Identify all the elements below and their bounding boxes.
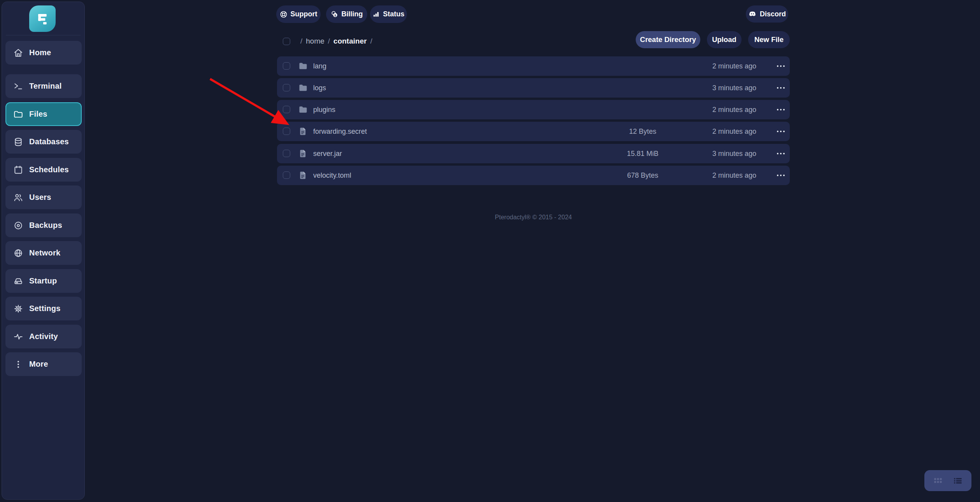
row-menu-button[interactable] <box>772 56 790 76</box>
row-menu-button[interactable] <box>772 166 790 185</box>
svg-text:$: $ <box>334 13 336 17</box>
file-name: lang <box>313 56 326 76</box>
sidebar-item-label: Terminal <box>29 82 61 91</box>
sidebar-item-home[interactable]: Home <box>5 41 82 65</box>
status-label: Status <box>383 10 404 18</box>
file-modified: 3 minutes ago <box>678 144 756 163</box>
target-icon <box>13 220 23 231</box>
sidebar-item-label: Network <box>29 248 60 257</box>
breadcrumb: / home / container / <box>300 37 372 45</box>
folder-icon <box>298 61 308 71</box>
file-modified: 2 minutes ago <box>678 166 756 185</box>
upload-button[interactable]: Upload <box>707 31 742 48</box>
row-checkbox[interactable] <box>283 62 290 70</box>
sidebar-item-activity[interactable]: Activity <box>5 325 82 348</box>
sidebar-item-label: Backups <box>29 221 62 230</box>
select-all-checkbox[interactable] <box>283 38 290 45</box>
file-row-logs[interactable]: logs 3 minutes ago <box>277 78 790 98</box>
file-row-forwarding-secret[interactable]: forwarding.secret 12 Bytes 2 minutes ago <box>277 122 790 141</box>
row-checkbox[interactable] <box>283 106 290 113</box>
sidebar-item-label: Databases <box>29 137 69 146</box>
sidebar-item-startup[interactable]: Startup <box>5 269 82 293</box>
view-toggle-group <box>924 470 971 491</box>
row-menu-button[interactable] <box>772 122 790 141</box>
sidebar-item-terminal[interactable]: Terminal <box>5 74 82 98</box>
pterodactyl-file-manager: Home Terminal Files Databases Schedules <box>0 0 980 502</box>
sidebar-item-network[interactable]: Network <box>5 241 82 265</box>
sidebar-item-label: Settings <box>29 304 61 313</box>
sidebar-item-label: Startup <box>29 276 57 285</box>
users-icon <box>13 192 23 203</box>
vertical-ellipsis-icon <box>13 359 23 369</box>
breadcrumb-segment-container: container <box>333 37 367 45</box>
lifebuoy-icon <box>280 10 288 18</box>
file-size: 678 Bytes <box>604 166 682 185</box>
calendar-icon <box>13 164 23 175</box>
sidebar-item-databases[interactable]: Databases <box>5 130 82 154</box>
discord-icon <box>748 10 757 18</box>
row-checkbox[interactable] <box>283 171 290 179</box>
file-modified: 3 minutes ago <box>678 78 756 98</box>
row-checkbox[interactable] <box>283 150 290 157</box>
status-button[interactable]: Status <box>370 5 407 23</box>
breadcrumb-bar: / home / container / <box>277 34 627 48</box>
file-icon <box>298 171 308 180</box>
sidebar-item-backups[interactable]: Backups <box>5 213 82 237</box>
file-name: logs <box>313 78 326 98</box>
sidebar-item-label: Home <box>29 48 51 57</box>
folder-icon <box>298 105 308 114</box>
breadcrumb-separator: / <box>328 37 330 45</box>
row-menu-button[interactable] <box>772 144 790 163</box>
row-checkbox[interactable] <box>283 84 290 91</box>
file-modified: 2 minutes ago <box>678 100 756 119</box>
file-modified: 2 minutes ago <box>678 122 756 141</box>
support-label: Support <box>291 10 317 18</box>
sidebar-item-files[interactable]: Files <box>5 102 82 126</box>
file-modified: 2 minutes ago <box>678 56 756 76</box>
file-icon <box>298 149 308 158</box>
row-menu-button[interactable] <box>772 78 790 98</box>
grid-view-button[interactable] <box>932 475 944 486</box>
sidebar-item-label: Activity <box>29 332 58 341</box>
file-name: forwarding.secret <box>313 122 367 141</box>
list-view-button[interactable] <box>952 475 964 486</box>
grid-view-icon <box>933 476 943 486</box>
footer-copyright: Pterodactyl® © 2015 - 2024 <box>277 214 790 221</box>
file-name: velocity.toml <box>313 166 351 185</box>
sidebar-item-label: More <box>29 360 48 369</box>
sidebar: Home Terminal Files Databases Schedules <box>2 2 85 500</box>
sidebar-item-label: Schedules <box>29 165 69 174</box>
row-menu-button[interactable] <box>772 100 790 119</box>
file-row-lang[interactable]: lang 2 minutes ago <box>277 56 790 76</box>
create-directory-button[interactable]: Create Directory <box>636 31 700 48</box>
folder-icon <box>298 83 308 93</box>
billing-label: Billing <box>342 10 363 18</box>
sidebar-item-label: Users <box>29 193 51 202</box>
row-checkbox[interactable] <box>283 128 290 135</box>
file-row-server-jar[interactable]: server.jar 15.81 MiB 3 minutes ago <box>277 144 790 163</box>
discord-button[interactable]: Discord <box>746 5 788 23</box>
sidebar-divider <box>6 35 81 35</box>
breadcrumb-separator: / <box>300 37 302 45</box>
server-icon <box>13 276 23 286</box>
breadcrumb-segment-home[interactable]: home <box>306 37 324 45</box>
new-file-button[interactable]: New File <box>748 31 790 48</box>
breadcrumb-separator: / <box>370 37 372 45</box>
sidebar-item-settings[interactable]: Settings <box>5 297 82 320</box>
support-button[interactable]: Support <box>276 5 321 23</box>
gear-icon <box>13 303 23 314</box>
logo-e-icon <box>35 11 50 26</box>
file-row-plugins[interactable]: plugins 2 minutes ago <box>277 100 790 119</box>
home-icon <box>13 47 23 58</box>
database-icon <box>13 136 23 147</box>
sidebar-item-schedules[interactable]: Schedules <box>5 158 82 182</box>
billing-button[interactable]: $ Billing <box>326 5 367 23</box>
panel-logo[interactable] <box>29 5 56 32</box>
file-icon <box>298 127 308 136</box>
globe-icon <box>13 248 23 258</box>
file-row-velocity-toml[interactable]: velocity.toml 678 Bytes 2 minutes ago <box>277 166 790 185</box>
sidebar-item-users[interactable]: Users <box>5 185 82 209</box>
sidebar-item-label: Files <box>29 110 47 119</box>
sidebar-item-more[interactable]: More <box>5 352 82 376</box>
pulse-icon <box>13 331 23 342</box>
